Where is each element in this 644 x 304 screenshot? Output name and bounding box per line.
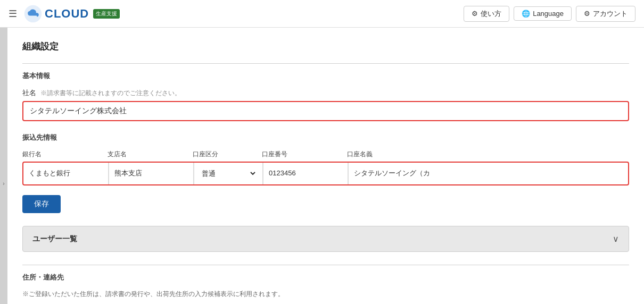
address-section: 住所・連絡先 ※ご登録いただいた住所は、請求書の発行や、出荷先住所の入力候補表示… bbox=[22, 265, 629, 304]
content-area: 組織設定 基本情報 社名 ※請求書等に記載されますのでご注意ください。 振込先情… bbox=[7, 28, 644, 304]
company-name-note: ※請求書等に記載されますのでご注意ください。 bbox=[40, 89, 181, 98]
page-title: 組織設定 bbox=[22, 40, 629, 53]
header-left: ☰ CLOUD 生産支援 bbox=[9, 4, 120, 23]
basic-info-divider bbox=[22, 63, 629, 64]
account-holder-input[interactable] bbox=[354, 166, 623, 180]
branch-name-cell bbox=[109, 163, 194, 184]
language-label: Language bbox=[533, 10, 564, 18]
company-name-input[interactable] bbox=[22, 101, 629, 121]
header: ☰ CLOUD 生産支援 ⚙ 使い方 🌐 Language ⚙ アカウント bbox=[0, 0, 644, 28]
accordion-header[interactable]: ユーザー一覧 ∨ bbox=[23, 226, 629, 251]
account-number-cell bbox=[263, 163, 348, 184]
help-icon: ⚙ bbox=[472, 10, 478, 18]
layout: › 組織設定 基本情報 社名 ※請求書等に記載されますのでご注意ください。 振込… bbox=[0, 28, 644, 304]
account-number-input[interactable] bbox=[269, 166, 342, 180]
logo-text: CLOUD bbox=[45, 7, 89, 21]
bank-section-title: 振込先情報 bbox=[22, 133, 629, 142]
bank-inputs-row: 普通 当座 貯蓄 bbox=[22, 162, 629, 185]
help-button[interactable]: ⚙ 使い方 bbox=[464, 6, 509, 22]
logo-badge: 生産支援 bbox=[93, 9, 120, 19]
sidebar-toggle[interactable]: › bbox=[0, 28, 7, 304]
bank-section: 振込先情報 銀行名 支店名 口座区分 口座番号 口座名義 bbox=[22, 133, 629, 185]
bank-name-input[interactable] bbox=[29, 166, 103, 180]
address-note: ※ご登録いただいた住所は、請求書の発行や、出荷先住所の入力候補表示に利用されます… bbox=[22, 290, 629, 299]
account-type-select[interactable]: 普通 当座 貯蓄 bbox=[200, 166, 257, 181]
user-list-accordion: ユーザー一覧 ∨ bbox=[22, 226, 629, 252]
branch-name-label: 支店名 bbox=[108, 150, 193, 159]
company-name-label-row: 社名 ※請求書等に記載されますのでご注意ください。 bbox=[22, 88, 629, 98]
branch-name-input[interactable] bbox=[114, 166, 188, 180]
company-name-label: 社名 bbox=[22, 88, 36, 98]
help-label: 使い方 bbox=[481, 9, 501, 19]
account-type-cell: 普通 当座 貯蓄 bbox=[194, 163, 263, 184]
globe-icon: 🌐 bbox=[522, 10, 530, 18]
header-right: ⚙ 使い方 🌐 Language ⚙ アカウント bbox=[464, 6, 635, 22]
account-icon: ⚙ bbox=[584, 10, 590, 18]
account-holder-label: 口座名義 bbox=[347, 150, 629, 159]
save-button[interactable]: 保存 bbox=[22, 195, 61, 213]
chevron-down-icon: ∨ bbox=[613, 234, 619, 244]
sidebar-toggle-icon: › bbox=[3, 181, 4, 187]
hamburger-icon[interactable]: ☰ bbox=[9, 8, 17, 20]
account-label: アカウント bbox=[593, 9, 628, 19]
account-holder-cell bbox=[348, 163, 628, 184]
account-type-label: 口座区分 bbox=[193, 150, 262, 159]
basic-info-section-title: 基本情報 bbox=[22, 71, 629, 81]
address-divider bbox=[22, 265, 629, 265]
bank-name-cell bbox=[23, 163, 109, 184]
user-list-title: ユーザー一覧 bbox=[32, 234, 77, 244]
account-button[interactable]: ⚙ アカウント bbox=[576, 6, 635, 22]
cloud-icon bbox=[23, 4, 43, 23]
bank-name-label: 銀行名 bbox=[22, 150, 108, 159]
address-section-title: 住所・連絡先 bbox=[22, 273, 629, 282]
account-number-label: 口座番号 bbox=[262, 150, 347, 159]
main-content: 組織設定 基本情報 社名 ※請求書等に記載されますのでご注意ください。 振込先情… bbox=[7, 28, 644, 304]
language-button[interactable]: 🌐 Language bbox=[514, 6, 572, 21]
logo: CLOUD 生産支援 bbox=[23, 4, 120, 23]
